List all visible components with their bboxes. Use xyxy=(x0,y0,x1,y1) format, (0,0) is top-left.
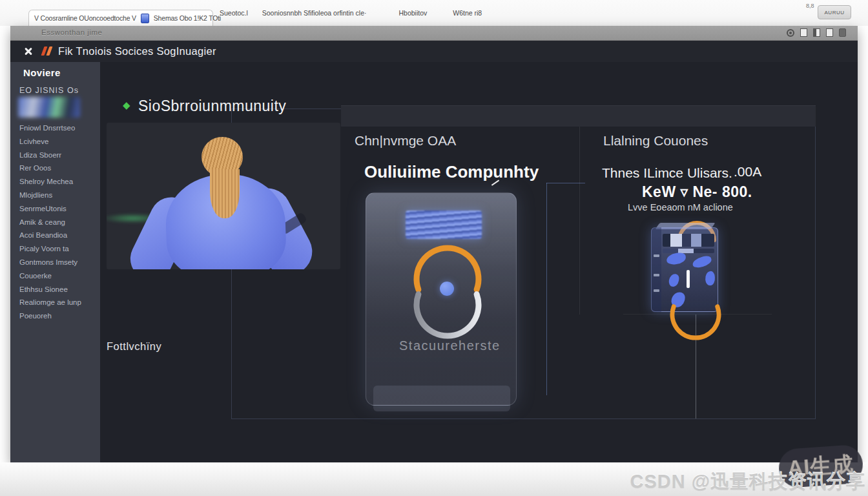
browser-tab[interactable]: V Coosrarnline OUoncooedtoche V Shemas O… xyxy=(28,10,213,26)
app-window: Esswonthan jime Fik Tnoiois Socices SogI… xyxy=(10,26,858,462)
browser-bar: V Coosrarnline OUoncooedtoche V Shemas O… xyxy=(0,0,868,26)
sidebar-item[interactable]: SenrmeUtonis xyxy=(19,202,81,216)
device-caption: Stacuureherste xyxy=(399,338,501,353)
sidebar-item[interactable]: Mlojdliens xyxy=(19,189,81,202)
window-icon[interactable] xyxy=(826,28,833,37)
blueprint-line xyxy=(546,183,547,395)
toolbar-label: Esswonthan jime xyxy=(41,28,102,36)
center-subtitle: Chn|nvmge OAA xyxy=(355,133,456,149)
main-content: ◆ SioSbrroiunmmunuity Chn|nvmge OAA Ouli… xyxy=(100,62,858,462)
sidebar-item[interactable]: Fniowl Dnsrrtseo xyxy=(19,121,81,135)
app-titlebar: Fik Tnoiois Socices SogInuagier xyxy=(10,41,858,62)
bookmark-item[interactable]: Sueotoc.l xyxy=(220,9,248,17)
browser-profile-button[interactable]: AURUU xyxy=(818,5,851,19)
sidebar-item[interactable]: Shelroy Mechea xyxy=(19,175,81,189)
sidebar-item[interactable]: Acoi Beandioa xyxy=(19,229,81,242)
blue-dot-icon xyxy=(440,282,454,296)
bookmark-item[interactable]: W6tne ri8 xyxy=(453,9,482,17)
app-title: Fik Tnoiois Socices SogInuagier xyxy=(58,45,216,57)
brand-logo-icon xyxy=(41,46,54,56)
sidebar-item[interactable]: Gontmons Imsety xyxy=(19,256,81,269)
diamond-icon: ◆ xyxy=(123,99,130,111)
watermark-text: CSDN @迅量科技资讯分享 xyxy=(630,469,865,495)
sidebar-item[interactable]: Ldiza Sboerr xyxy=(19,149,81,162)
stat-suffix: .00A xyxy=(734,164,761,180)
device-tick xyxy=(654,289,659,292)
browser-badge: 8,8 xyxy=(806,3,814,9)
tab-favicon-icon xyxy=(141,14,149,23)
center-title: Ouliuiime Compunhty xyxy=(364,162,539,182)
stat-small: Lvve Eoeaom nM aclione xyxy=(628,202,733,212)
content-header-strip xyxy=(341,105,816,127)
bookmarks-bar: Sueotoc.l Sooniosnnbh Sfifioleoa orfinti… xyxy=(220,9,482,17)
split-view-icon[interactable] xyxy=(813,28,820,37)
sidebar-item[interactable]: Realiomge ae lunp xyxy=(19,296,81,309)
right-subtitle: Llalning Couones xyxy=(603,133,708,149)
device-tick xyxy=(654,274,659,276)
sidebar-item[interactable]: Picaly Voorn ta xyxy=(19,242,81,256)
tab-label-right: Shemas Obo 1!K2 TOti xyxy=(154,14,221,22)
sidebar-item[interactable]: Lcivheve xyxy=(19,135,81,149)
device-header-strip xyxy=(663,249,714,253)
device-tick xyxy=(654,254,659,257)
sidebar-item[interactable]: Poeuoreh xyxy=(19,309,81,323)
orange-arc-bottom-icon xyxy=(666,285,725,344)
sidebar-menu: Fniowl Dnsrrtseo Lcivheve Ldiza Sboerr R… xyxy=(19,121,81,323)
toolbar-icon-group xyxy=(787,28,846,37)
left-caption: Fottlvchïny xyxy=(107,340,161,353)
bookmark-item[interactable]: Hbobiitov xyxy=(398,9,427,17)
panel-icon[interactable] xyxy=(800,28,807,37)
screenshot-stage: V Coosrarnline OUoncooedtoche V Shemas O… xyxy=(0,0,868,496)
person-illustration-panel xyxy=(107,123,340,269)
person-hair xyxy=(210,169,240,218)
sidebar-logo-image xyxy=(18,97,80,118)
page-title: SioSbrroiunmmunuity xyxy=(138,98,286,115)
sidebar-logo-caption: EO JISNIS Os xyxy=(19,86,79,95)
sidebar-item[interactable]: Rer Ooos xyxy=(19,161,81,175)
bookmark-item[interactable]: Sooniosnnbh Sfifioleoa orfintin cle· xyxy=(262,9,367,17)
device-header-strip xyxy=(663,234,714,247)
stat-line: Thnes ILimce Ulisars. xyxy=(602,165,732,181)
blue-device-side xyxy=(651,227,661,312)
column-divider xyxy=(579,127,580,315)
sidebar-item[interactable]: Amik & ceang xyxy=(19,216,81,229)
sidebar: Noviere EO JISNIS Os Fniowl Dnsrrtseo Lc… xyxy=(10,62,100,462)
sidebar-heading: Noviere xyxy=(23,67,61,78)
sparkle-icon xyxy=(23,46,34,56)
silver-arc-icon xyxy=(409,266,486,344)
window-toolbar: Esswonthan jime xyxy=(10,26,858,41)
view-icon[interactable] xyxy=(787,29,794,37)
device-screen xyxy=(406,211,482,239)
menu-icon[interactable] xyxy=(839,28,846,37)
sidebar-item[interactable]: Couoerke xyxy=(19,269,81,283)
stat-bold: KeW ▿ Ne- 800. xyxy=(642,183,752,201)
device-base xyxy=(373,386,510,411)
app-body: Noviere EO JISNIS Os Fniowl Dnsrrtseo Lc… xyxy=(10,62,858,462)
sidebar-item[interactable]: Ethhsu Sionee xyxy=(19,283,81,296)
tab-label-left: V Coosrarnline OUoncooedtoche V xyxy=(34,14,136,22)
